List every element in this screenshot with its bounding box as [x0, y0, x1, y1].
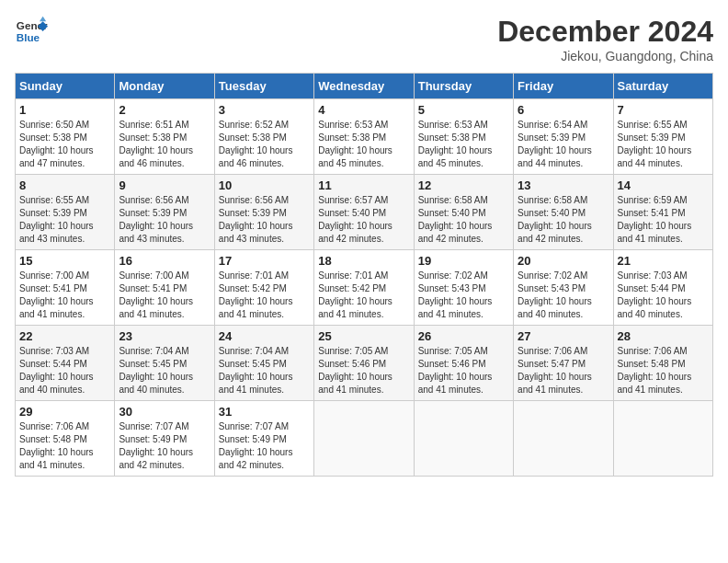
table-row	[414, 401, 513, 477]
day-info: Sunrise: 6:53 AM Sunset: 5:38 PM Dayligh…	[418, 119, 509, 170]
table-row: 15Sunrise: 7:00 AM Sunset: 5:41 PM Dayli…	[16, 250, 115, 326]
table-row: 22Sunrise: 7:03 AM Sunset: 5:44 PM Dayli…	[16, 326, 115, 401]
day-number: 29	[19, 405, 110, 419]
table-row: 3Sunrise: 6:52 AM Sunset: 5:38 PM Daylig…	[214, 99, 313, 175]
table-row: 9Sunrise: 6:56 AM Sunset: 5:39 PM Daylig…	[115, 175, 214, 250]
calendar-row: 8Sunrise: 6:55 AM Sunset: 5:39 PM Daylig…	[16, 175, 713, 250]
table-row: 27Sunrise: 7:06 AM Sunset: 5:47 PM Dayli…	[514, 326, 613, 401]
day-number: 3	[219, 103, 310, 117]
col-sunday: Sunday	[16, 74, 115, 99]
table-row: 11Sunrise: 6:57 AM Sunset: 5:40 PM Dayli…	[314, 175, 414, 250]
day-number: 2	[119, 103, 210, 117]
day-number: 17	[219, 254, 310, 268]
day-info: Sunrise: 6:52 AM Sunset: 5:38 PM Dayligh…	[219, 119, 310, 170]
day-info: Sunrise: 6:59 AM Sunset: 5:41 PM Dayligh…	[618, 194, 709, 246]
table-row: 26Sunrise: 7:05 AM Sunset: 5:46 PM Dayli…	[414, 326, 513, 401]
day-info: Sunrise: 6:54 AM Sunset: 5:39 PM Dayligh…	[518, 119, 609, 170]
day-info: Sunrise: 6:55 AM Sunset: 5:39 PM Dayligh…	[618, 119, 709, 170]
table-row: 14Sunrise: 6:59 AM Sunset: 5:41 PM Dayli…	[613, 175, 712, 250]
table-row: 18Sunrise: 7:01 AM Sunset: 5:42 PM Dayli…	[314, 250, 414, 326]
day-info: Sunrise: 7:01 AM Sunset: 5:42 PM Dayligh…	[219, 270, 310, 321]
day-info: Sunrise: 7:06 AM Sunset: 5:48 PM Dayligh…	[618, 345, 709, 396]
day-number: 25	[318, 329, 409, 343]
col-thursday: Thursday	[414, 74, 513, 99]
day-info: Sunrise: 6:57 AM Sunset: 5:40 PM Dayligh…	[318, 194, 409, 246]
day-number: 30	[119, 405, 210, 419]
day-number: 14	[618, 178, 709, 192]
day-info: Sunrise: 6:55 AM Sunset: 5:39 PM Dayligh…	[19, 194, 110, 246]
day-info: Sunrise: 7:06 AM Sunset: 5:47 PM Dayligh…	[518, 345, 609, 396]
table-row: 8Sunrise: 6:55 AM Sunset: 5:39 PM Daylig…	[16, 175, 115, 250]
day-info: Sunrise: 7:00 AM Sunset: 5:41 PM Dayligh…	[19, 270, 110, 321]
calendar-row: 22Sunrise: 7:03 AM Sunset: 5:44 PM Dayli…	[16, 326, 713, 401]
day-info: Sunrise: 7:04 AM Sunset: 5:45 PM Dayligh…	[119, 345, 210, 396]
table-row: 17Sunrise: 7:01 AM Sunset: 5:42 PM Dayli…	[214, 250, 313, 326]
day-info: Sunrise: 6:50 AM Sunset: 5:38 PM Dayligh…	[19, 119, 110, 170]
title-block: December 2024 Jiekou, Guangdong, China	[497, 15, 713, 63]
day-info: Sunrise: 7:03 AM Sunset: 5:44 PM Dayligh…	[19, 345, 110, 396]
table-row: 7Sunrise: 6:55 AM Sunset: 5:39 PM Daylig…	[613, 99, 712, 175]
day-number: 9	[119, 178, 210, 192]
table-row: 16Sunrise: 7:00 AM Sunset: 5:41 PM Dayli…	[115, 250, 214, 326]
table-row: 21Sunrise: 7:03 AM Sunset: 5:44 PM Dayli…	[613, 250, 712, 326]
calendar-header-row: Sunday Monday Tuesday Wednesday Thursday…	[16, 74, 713, 99]
day-info: Sunrise: 7:02 AM Sunset: 5:43 PM Dayligh…	[418, 270, 509, 321]
day-number: 11	[318, 178, 409, 192]
table-row: 23Sunrise: 7:04 AM Sunset: 5:45 PM Dayli…	[115, 326, 214, 401]
day-info: Sunrise: 7:03 AM Sunset: 5:44 PM Dayligh…	[618, 270, 709, 321]
page-header: General Blue December 2024 Jiekou, Guang…	[15, 15, 713, 63]
day-number: 13	[518, 178, 609, 192]
day-number: 1	[19, 103, 110, 117]
day-info: Sunrise: 6:58 AM Sunset: 5:40 PM Dayligh…	[518, 194, 609, 246]
day-info: Sunrise: 6:53 AM Sunset: 5:38 PM Dayligh…	[318, 119, 409, 170]
table-row: 24Sunrise: 7:04 AM Sunset: 5:45 PM Dayli…	[214, 326, 313, 401]
day-number: 27	[518, 329, 609, 343]
day-number: 8	[19, 178, 110, 192]
day-number: 22	[19, 329, 110, 343]
table-row: 5Sunrise: 6:53 AM Sunset: 5:38 PM Daylig…	[414, 99, 513, 175]
day-number: 28	[618, 329, 709, 343]
day-number: 5	[418, 103, 509, 117]
day-info: Sunrise: 7:07 AM Sunset: 5:49 PM Dayligh…	[219, 420, 310, 472]
table-row: 2Sunrise: 6:51 AM Sunset: 5:38 PM Daylig…	[115, 99, 214, 175]
day-info: Sunrise: 6:51 AM Sunset: 5:38 PM Dayligh…	[119, 119, 210, 170]
table-row: 31Sunrise: 7:07 AM Sunset: 5:49 PM Dayli…	[214, 401, 313, 477]
table-row	[514, 401, 613, 477]
table-row	[314, 401, 414, 477]
col-tuesday: Tuesday	[214, 74, 313, 99]
table-row: 12Sunrise: 6:58 AM Sunset: 5:40 PM Dayli…	[414, 175, 513, 250]
table-row: 20Sunrise: 7:02 AM Sunset: 5:43 PM Dayli…	[514, 250, 613, 326]
logo: General Blue	[15, 15, 48, 48]
day-info: Sunrise: 7:01 AM Sunset: 5:42 PM Dayligh…	[318, 270, 409, 321]
calendar-row: 1Sunrise: 6:50 AM Sunset: 5:38 PM Daylig…	[16, 99, 713, 175]
calendar-row: 15Sunrise: 7:00 AM Sunset: 5:41 PM Dayli…	[16, 250, 713, 326]
table-row: 28Sunrise: 7:06 AM Sunset: 5:48 PM Dayli…	[613, 326, 712, 401]
day-info: Sunrise: 7:04 AM Sunset: 5:45 PM Dayligh…	[219, 345, 310, 396]
day-number: 19	[418, 254, 509, 268]
day-number: 18	[318, 254, 409, 268]
day-number: 12	[418, 178, 509, 192]
day-info: Sunrise: 6:56 AM Sunset: 5:39 PM Dayligh…	[219, 194, 310, 246]
table-row	[613, 401, 712, 477]
location: Jiekou, Guangdong, China	[497, 49, 713, 63]
table-row: 6Sunrise: 6:54 AM Sunset: 5:39 PM Daylig…	[514, 99, 613, 175]
table-row: 25Sunrise: 7:05 AM Sunset: 5:46 PM Dayli…	[314, 326, 414, 401]
col-monday: Monday	[115, 74, 214, 99]
day-number: 20	[518, 254, 609, 268]
day-number: 6	[518, 103, 609, 117]
calendar-table: Sunday Monday Tuesday Wednesday Thursday…	[15, 73, 713, 477]
day-info: Sunrise: 7:05 AM Sunset: 5:46 PM Dayligh…	[418, 345, 509, 396]
day-number: 21	[618, 254, 709, 268]
calendar-row: 29Sunrise: 7:06 AM Sunset: 5:48 PM Dayli…	[16, 401, 713, 477]
table-row: 13Sunrise: 6:58 AM Sunset: 5:40 PM Dayli…	[514, 175, 613, 250]
table-row: 30Sunrise: 7:07 AM Sunset: 5:49 PM Dayli…	[115, 401, 214, 477]
day-info: Sunrise: 6:56 AM Sunset: 5:39 PM Dayligh…	[119, 194, 210, 246]
day-info: Sunrise: 7:07 AM Sunset: 5:49 PM Dayligh…	[119, 420, 210, 472]
day-info: Sunrise: 6:58 AM Sunset: 5:40 PM Dayligh…	[418, 194, 509, 246]
col-friday: Friday	[514, 74, 613, 99]
day-info: Sunrise: 7:06 AM Sunset: 5:48 PM Dayligh…	[19, 420, 110, 472]
table-row: 4Sunrise: 6:53 AM Sunset: 5:38 PM Daylig…	[314, 99, 414, 175]
col-saturday: Saturday	[613, 74, 712, 99]
day-number: 10	[219, 178, 310, 192]
table-row: 10Sunrise: 6:56 AM Sunset: 5:39 PM Dayli…	[214, 175, 313, 250]
